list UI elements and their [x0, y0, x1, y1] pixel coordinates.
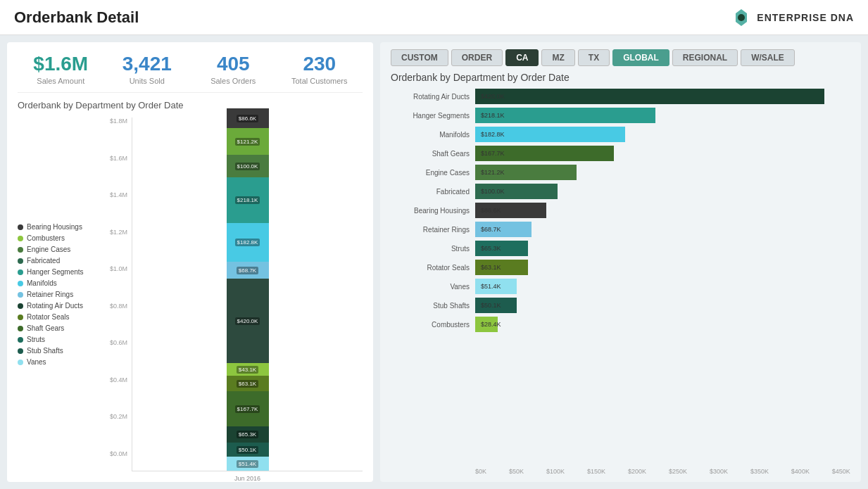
x-axis-label: Jun 2016: [234, 475, 260, 482]
kpi-item: 405Sales Orders: [190, 53, 277, 85]
legend-label: Combusters: [27, 234, 65, 242]
x-tick: $300K: [710, 468, 728, 475]
bar-fill: $167.7K: [475, 146, 614, 161]
legend-label: Shaft Gears: [27, 324, 64, 332]
y-axis-labels: $1.8M$1.6M$1.4M$1.2M$1.0M$0.8M$0.6M$0.4M…: [102, 118, 130, 457]
legend-label: Vanes: [27, 358, 46, 366]
legend-dot: [18, 360, 23, 365]
legend-label: Stub Shafts: [27, 347, 63, 355]
left-panel: $1.6MSales Amount3,421Units Sold405Sales…: [7, 42, 373, 482]
y-axis-label: $1.8M: [110, 118, 130, 125]
x-tick: $150K: [587, 468, 605, 475]
x-tick: $50K: [509, 468, 524, 475]
legend-label: Manifolds: [27, 279, 57, 287]
legend-item: Manifolds: [18, 279, 95, 287]
x-tick: $100K: [546, 468, 565, 475]
kpi-label: Sales Amount: [18, 77, 104, 85]
bar-fill: $65.3K: [475, 241, 528, 256]
header: Orderbank Detail ENTERPRISE DNA: [0, 0, 868, 35]
stacked-bar: $51.4K$50.1K$65.3K$167.7K$63.1K$43.1K$42…: [227, 108, 269, 471]
bar-segment-label: $86.6K: [237, 115, 258, 122]
legend-label: Struts: [27, 336, 45, 343]
y-axis-label: $0.0M: [110, 450, 130, 457]
bar-track: $63.1K: [475, 260, 850, 275]
svg-point-0: [738, 14, 745, 21]
bar-segment-label: $218.1K: [235, 196, 260, 204]
bar-label: Stub Shafts: [391, 302, 475, 310]
bar-segment-label: $100.0K: [235, 163, 260, 170]
legend-dot: [18, 281, 23, 286]
bar-fill: $218.1K: [475, 108, 655, 123]
bar-value: $65.3K: [481, 245, 501, 252]
bar-segment-label: $121.2K: [235, 138, 260, 146]
bar-fill: $68.7K: [475, 222, 532, 237]
tab-button[interactable]: CA: [505, 49, 539, 66]
x-tick: $200K: [628, 468, 646, 475]
bar-segment: $182.8K: [227, 223, 269, 262]
bar-value: $121.2K: [481, 169, 505, 176]
bar-label: Bearing Housings: [391, 207, 475, 215]
bar-track: $68.7K: [475, 222, 850, 237]
legend-dot: [18, 236, 23, 241]
legend-dot: [18, 326, 23, 331]
bar-track: $65.3K: [475, 241, 850, 256]
kpi-item: 3,421Units Sold: [104, 53, 191, 85]
legend-item: Rotator Seals: [18, 313, 95, 321]
bar-segment: $167.7K: [227, 391, 269, 426]
legend-dot: [18, 247, 23, 253]
bar-fill: $51.4K: [475, 279, 517, 294]
y-axis-label: $0.8M: [110, 303, 130, 310]
bar-value: $86.6K: [481, 207, 501, 214]
kpi-value: 3,421: [104, 53, 191, 75]
bar-row: Bearing Housings$86.6K: [391, 203, 850, 218]
tab-button[interactable]: GLOBAL: [612, 49, 669, 66]
bar-label: Rotator Seals: [391, 264, 475, 272]
bar-segment: $51.4K: [227, 457, 269, 471]
legend-label: Retainer Rings: [27, 291, 73, 298]
x-axis-right: $0K$50K$100K$150K$200K$250K$300K$350K$40…: [475, 465, 850, 475]
legend-dot: [18, 315, 23, 320]
bar-label: Hanger Segments: [391, 112, 475, 120]
legend-item: Struts: [18, 336, 95, 343]
legend-item: Shaft Gears: [18, 324, 95, 332]
bar-value: $100.0K: [481, 188, 505, 195]
y-axis-label: $1.4M: [110, 191, 130, 198]
bar-segment-label: $420.0K: [235, 317, 260, 325]
bar-label: Manifolds: [391, 131, 475, 139]
bar-segment: $218.1K: [227, 177, 269, 223]
bar-value: $218.1K: [481, 112, 505, 119]
bar-chart-right: Rotating Air Ducts$420.0KHanger Segments…: [391, 89, 850, 459]
tab-button[interactable]: CUSTOM: [391, 49, 448, 66]
legend-label: Fabricated: [27, 257, 60, 265]
bar-label: Shaft Gears: [391, 150, 475, 158]
legend-dot: [18, 258, 23, 264]
bar-fill: $420.0K: [475, 89, 824, 104]
bar-segment: $86.6K: [227, 108, 269, 128]
legend-label: Rotator Seals: [27, 313, 70, 321]
bar-segment-label: $65.3K: [237, 431, 258, 438]
tab-button[interactable]: REGIONAL: [672, 49, 738, 66]
tab-button[interactable]: W/SALE: [741, 49, 795, 66]
logo-area: ENTERPRISE DNA: [731, 8, 854, 27]
bar-row: Struts$65.3K: [391, 241, 850, 256]
chart-area-left: Bearing HousingsCombustersEngine CasesFa…: [18, 118, 363, 471]
logo-text: ENTERPRISE DNA: [757, 12, 854, 23]
page-title: Orderbank Detail: [14, 8, 139, 27]
tab-button[interactable]: TX: [578, 49, 610, 66]
x-tick: $400K: [791, 468, 810, 475]
bar-value: $51.4K: [481, 283, 501, 290]
kpi-item: 230Total Customers: [277, 53, 363, 85]
bar-value: $420.0K: [481, 93, 505, 100]
bar-label: Vanes: [391, 283, 475, 291]
bar-value: $63.1K: [481, 264, 501, 271]
bar-track: $420.0K: [475, 89, 850, 104]
tab-button[interactable]: ORDER: [451, 49, 503, 66]
kpi-label: Units Sold: [104, 77, 191, 85]
legend-dot: [18, 269, 23, 275]
bar-segment-label: $182.8K: [235, 239, 260, 246]
bar-row: Vanes$51.4K: [391, 279, 850, 294]
tab-button[interactable]: MZ: [541, 49, 574, 66]
y-axis-label: $1.2M: [110, 229, 130, 236]
bar-row: Fabricated$100.0K: [391, 184, 850, 199]
legend-item: Fabricated: [18, 257, 95, 265]
